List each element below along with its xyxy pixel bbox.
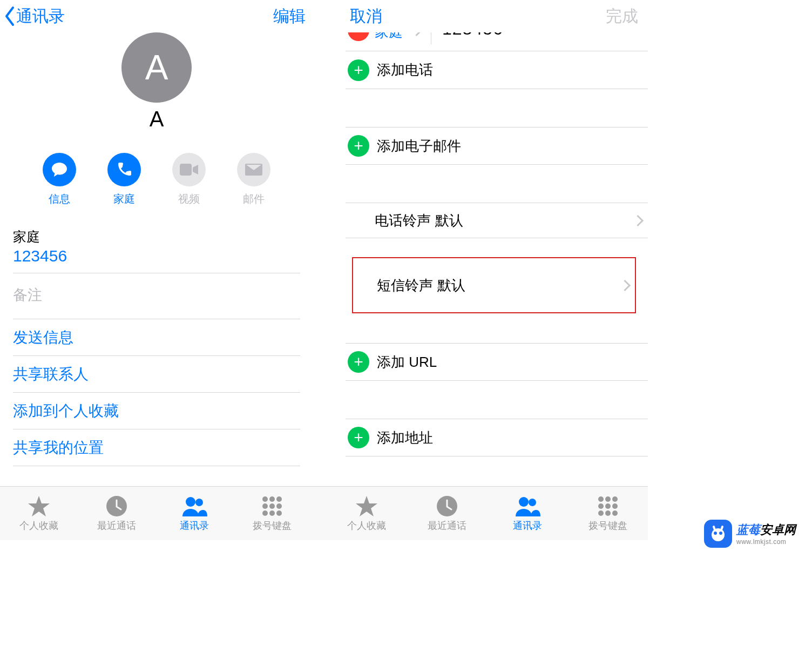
action-video-label: 视频 bbox=[172, 192, 206, 206]
avatar: A bbox=[121, 32, 192, 103]
share-location-button[interactable]: 共享我的位置 bbox=[13, 429, 300, 466]
tab-favorites[interactable]: 个人收藏 bbox=[326, 495, 407, 532]
action-message-label: 信息 bbox=[43, 192, 76, 206]
chevron-right-icon bbox=[412, 32, 420, 37]
contacts-icon bbox=[181, 496, 207, 516]
tab-keypad[interactable]: 拨号键盘 bbox=[233, 495, 311, 532]
ringtone-row[interactable]: 电话铃声 默认 bbox=[346, 203, 648, 238]
tab-favorites-label: 个人收藏 bbox=[0, 519, 78, 532]
action-message[interactable]: 信息 bbox=[43, 153, 76, 206]
tab-recents[interactable]: 最近通话 bbox=[78, 495, 155, 532]
tab-bar-left: 个人收藏 最近通话 通讯录 拨号键盘 bbox=[0, 487, 311, 541]
svg-point-25 bbox=[712, 528, 725, 541]
tab-bars: 个人收藏 最近通话 通讯录 拨号键盘 个人收藏 最近通话 通讯录 bbox=[0, 486, 648, 540]
svg-point-7 bbox=[262, 503, 268, 509]
tab-keypad[interactable]: 拨号键盘 bbox=[567, 495, 648, 532]
add-email-label: 添加电子邮件 bbox=[377, 137, 461, 156]
plus-icon: + bbox=[348, 351, 369, 373]
add-favorite-button[interactable]: 添加到个人收藏 bbox=[13, 393, 300, 429]
svg-point-21 bbox=[612, 503, 618, 509]
svg-point-5 bbox=[269, 496, 275, 502]
video-icon bbox=[180, 164, 198, 176]
plus-icon: + bbox=[348, 135, 369, 157]
avatar-initial: A bbox=[145, 48, 168, 88]
phone-label: 家庭 bbox=[13, 228, 300, 246]
phone-value: 123456 bbox=[13, 247, 300, 265]
add-email-button[interactable]: + 添加电子邮件 bbox=[346, 127, 648, 165]
contact-header: A A bbox=[0, 32, 313, 131]
watermark-sub: www.lmkjst.com bbox=[736, 538, 796, 546]
action-home-label: 家庭 bbox=[107, 192, 141, 206]
screen-gap bbox=[313, 0, 340, 540]
svg-point-6 bbox=[276, 496, 282, 502]
nav-bar: 取消 完成 bbox=[340, 0, 648, 32]
sms-tone-row[interactable]: 短信铃声 默认 bbox=[353, 258, 635, 312]
tab-keypad-label: 拨号键盘 bbox=[567, 519, 648, 532]
svg-rect-0 bbox=[180, 164, 192, 176]
svg-point-17 bbox=[605, 496, 611, 502]
existing-phone-row[interactable]: 家庭 123456 bbox=[346, 32, 648, 51]
add-address-button[interactable]: + 添加地址 bbox=[346, 419, 648, 456]
tab-keypad-label: 拨号键盘 bbox=[233, 519, 311, 532]
notes-field[interactable]: 备注 bbox=[13, 273, 300, 319]
contacts-icon bbox=[515, 496, 540, 516]
send-message-button[interactable]: 发送信息 bbox=[13, 319, 300, 356]
contact-fields: 家庭 123456 备注 发送信息 共享联系人 添加到个人收藏 共享我的位置 bbox=[0, 223, 313, 466]
edit-button[interactable]: 编辑 bbox=[273, 5, 306, 28]
add-address-label: 添加地址 bbox=[377, 428, 433, 447]
action-video: 视频 bbox=[172, 153, 206, 206]
tab-contacts[interactable]: 通讯录 bbox=[155, 495, 233, 532]
add-phone-button[interactable]: + 添加电话 bbox=[346, 51, 648, 89]
action-mail: 邮件 bbox=[237, 153, 270, 206]
action-call-home[interactable]: 家庭 bbox=[107, 153, 141, 206]
svg-point-2 bbox=[186, 497, 195, 507]
contact-edit-screen: 取消 完成 家庭 123456 + 添加电话 + 添加电子邮件 电话铃声 默认 … bbox=[340, 0, 648, 540]
action-buttons: 信息 家庭 视频 邮件 bbox=[0, 153, 313, 206]
phone-type-label: 家庭 bbox=[375, 32, 403, 42]
tab-contacts-label: 通讯录 bbox=[487, 519, 567, 532]
svg-point-3 bbox=[195, 499, 203, 506]
sms-tone-value: 默认 bbox=[437, 276, 465, 295]
svg-point-26 bbox=[714, 532, 717, 535]
tab-recents-label: 最近通话 bbox=[407, 519, 487, 532]
add-url-button[interactable]: + 添加 URL bbox=[346, 343, 648, 381]
svg-point-10 bbox=[262, 510, 268, 516]
cancel-button[interactable]: 取消 bbox=[350, 5, 382, 28]
tab-recents[interactable]: 最近通话 bbox=[407, 495, 487, 532]
svg-point-16 bbox=[598, 496, 604, 502]
contact-name: A bbox=[0, 107, 313, 131]
action-mail-label: 邮件 bbox=[237, 192, 270, 206]
svg-point-24 bbox=[612, 510, 618, 516]
phone-number: 123456 bbox=[442, 32, 503, 39]
phone-field[interactable]: 家庭 123456 bbox=[13, 223, 300, 273]
star-icon bbox=[356, 496, 377, 516]
tab-contacts[interactable]: 通讯录 bbox=[487, 495, 567, 532]
tab-favorites[interactable]: 个人收藏 bbox=[0, 495, 78, 532]
svg-point-27 bbox=[719, 532, 722, 535]
clock-icon bbox=[437, 496, 457, 516]
nav-bar: 通讯录 编辑 bbox=[0, 0, 313, 32]
svg-point-4 bbox=[262, 496, 268, 502]
watermark-title: 蓝莓安卓网 bbox=[736, 522, 796, 538]
phone-icon bbox=[116, 162, 132, 178]
svg-point-15 bbox=[529, 499, 536, 506]
svg-point-22 bbox=[598, 510, 604, 516]
svg-point-14 bbox=[519, 497, 529, 507]
star-icon bbox=[28, 496, 50, 516]
done-button: 完成 bbox=[606, 5, 638, 28]
svg-point-23 bbox=[605, 510, 611, 516]
share-contact-button[interactable]: 共享联系人 bbox=[13, 356, 300, 393]
watermark: 蓝莓安卓网 www.lmkjst.com bbox=[704, 520, 796, 548]
plus-icon: + bbox=[348, 59, 369, 81]
tab-recents-label: 最近通话 bbox=[78, 519, 155, 532]
keypad-icon bbox=[262, 496, 282, 516]
svg-point-9 bbox=[276, 503, 282, 509]
delete-icon[interactable] bbox=[348, 32, 369, 41]
tab-favorites-label: 个人收藏 bbox=[326, 519, 407, 532]
svg-point-20 bbox=[605, 503, 611, 509]
back-button[interactable]: 通讯录 bbox=[3, 5, 65, 28]
tab-contacts-label: 通讯录 bbox=[155, 519, 233, 532]
svg-point-12 bbox=[276, 510, 282, 516]
mail-icon bbox=[245, 164, 262, 176]
sms-tone-highlight: 短信铃声 默认 bbox=[352, 257, 636, 313]
